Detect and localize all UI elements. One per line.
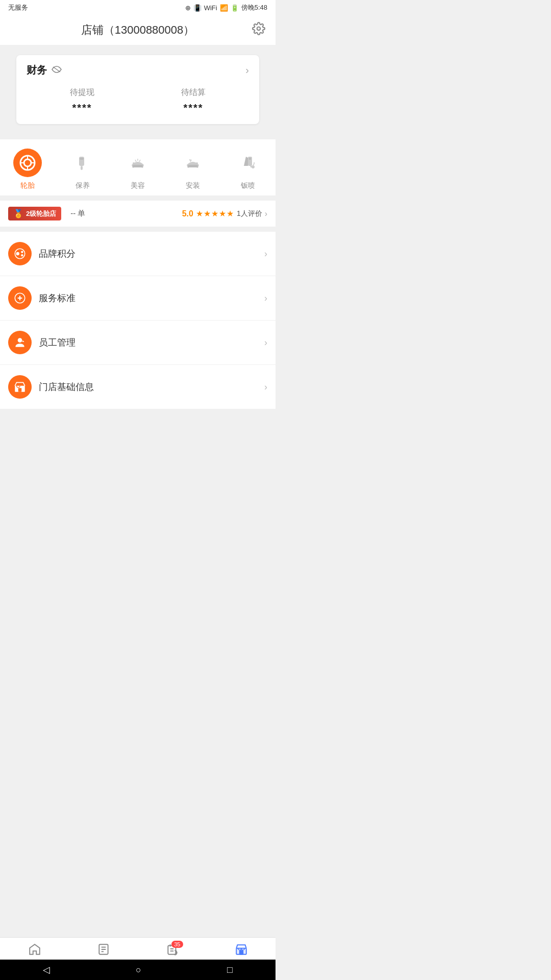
status-left: 无服务 bbox=[8, 3, 28, 12]
svg-point-11 bbox=[133, 162, 135, 164]
eye-icon[interactable] bbox=[51, 65, 62, 76]
shop-orders-text: -- 单 bbox=[70, 209, 85, 218]
svg-rect-10 bbox=[133, 165, 143, 167]
employee-mgmt-label: 员工管理 bbox=[39, 336, 264, 349]
brand-points-label: 品牌积分 bbox=[39, 248, 264, 260]
page-title: 店铺（13000880008） bbox=[81, 22, 195, 38]
service-section: 轮胎 保养 bbox=[0, 139, 276, 195]
wifi-icon: WiFi bbox=[204, 4, 217, 12]
service-item-paint[interactable]: 钣喷 bbox=[234, 149, 262, 190]
vibrate-icon: 📳 bbox=[193, 4, 202, 12]
svg-point-21 bbox=[16, 252, 19, 256]
svg-point-0 bbox=[257, 27, 261, 31]
install-icon-wrap bbox=[179, 149, 207, 177]
sim-icon: 📶 bbox=[220, 4, 228, 12]
bluetooth-icon: ⊕ bbox=[185, 4, 191, 12]
rating-count: 1人评价 bbox=[237, 209, 262, 218]
svg-rect-18 bbox=[249, 158, 251, 160]
employee-mgmt-icon bbox=[8, 331, 32, 354]
menu-item-brand-points[interactable]: 品牌积分 › bbox=[0, 232, 276, 276]
tire-icon-wrap bbox=[13, 149, 42, 177]
shop-info-icon bbox=[8, 375, 32, 399]
shop-info-bar: 🏅 2级轮胎店 -- 单 5.0 ★★★★★ 1人评价 › bbox=[0, 201, 276, 227]
svg-point-23 bbox=[21, 254, 23, 256]
battery-icon: 🔋 bbox=[231, 4, 239, 12]
menu-item-employee-mgmt[interactable]: 员工管理 › bbox=[0, 321, 276, 365]
service-item-beauty[interactable]: 美容 bbox=[123, 149, 152, 190]
menu-item-shop-info[interactable]: 门店基础信息 › bbox=[0, 365, 276, 409]
service-item-install[interactable]: 安装 bbox=[179, 149, 207, 190]
svg-rect-8 bbox=[81, 166, 83, 170]
beauty-label: 美容 bbox=[131, 181, 145, 190]
shop-level-badge: 🏅 2级轮胎店 bbox=[8, 207, 61, 220]
pending-settlement-value: **** bbox=[183, 102, 203, 114]
finance-arrow[interactable]: › bbox=[245, 64, 249, 76]
pending-settlement-label: 待结算 bbox=[181, 87, 206, 98]
install-label: 安装 bbox=[186, 181, 200, 190]
brand-points-icon bbox=[8, 242, 32, 265]
service-standard-arrow: › bbox=[264, 293, 267, 304]
menu-section: 品牌积分 › 服务标准 › 员工管理 › bbox=[0, 232, 276, 409]
shop-info-arrow: › bbox=[264, 382, 267, 393]
paint-icon-wrap bbox=[234, 149, 262, 177]
header: 店铺（13000880008） bbox=[0, 15, 276, 45]
maintenance-label: 保养 bbox=[76, 181, 90, 190]
status-time: 傍晚5:48 bbox=[241, 3, 267, 12]
shop-level-text: 2级轮胎店 bbox=[26, 209, 56, 218]
service-standard-icon bbox=[8, 286, 32, 310]
svg-point-2 bbox=[24, 159, 31, 166]
rating-stars: ★★★★★ bbox=[196, 209, 234, 218]
service-item-tire[interactable]: 轮胎 bbox=[13, 149, 42, 190]
maintenance-icon-wrap bbox=[68, 149, 97, 177]
paint-label: 钣喷 bbox=[241, 181, 255, 190]
shop-rating[interactable]: 5.0 ★★★★★ 1人评价 › bbox=[182, 209, 267, 218]
svg-point-16 bbox=[196, 162, 198, 164]
finance-card: 财务 › 待提现 **** 待结算 **** bbox=[16, 55, 259, 124]
svg-rect-29 bbox=[18, 388, 22, 392]
svg-line-12 bbox=[135, 160, 136, 162]
svg-point-9 bbox=[80, 158, 84, 160]
pending-withdrawal-label: 待提现 bbox=[70, 87, 94, 98]
rating-arrow: › bbox=[265, 209, 267, 218]
brand-points-arrow: › bbox=[264, 249, 267, 259]
svg-rect-15 bbox=[188, 165, 198, 167]
service-standard-label: 服务标准 bbox=[39, 292, 264, 304]
svg-point-19 bbox=[252, 165, 255, 168]
beauty-icon-wrap bbox=[123, 149, 152, 177]
finance-title: 财务 bbox=[27, 63, 47, 77]
svg-line-14 bbox=[139, 160, 140, 162]
rating-score: 5.0 bbox=[182, 209, 193, 218]
shop-info-label: 门店基础信息 bbox=[39, 381, 264, 393]
employee-mgmt-arrow: › bbox=[264, 337, 267, 348]
pending-withdrawal: 待提现 **** bbox=[70, 87, 94, 114]
pending-withdrawal-value: **** bbox=[72, 102, 92, 114]
status-bar: 无服务 ⊕ 📳 WiFi 📶 🔋 傍晚5:48 bbox=[0, 0, 276, 15]
pending-settlement: 待结算 **** bbox=[181, 87, 206, 114]
svg-point-22 bbox=[21, 251, 23, 253]
tire-label: 轮胎 bbox=[20, 181, 35, 190]
settings-icon[interactable] bbox=[252, 22, 265, 38]
medal-icon: 🏅 bbox=[13, 209, 23, 218]
svg-point-27 bbox=[18, 338, 22, 342]
menu-item-service-standard[interactable]: 服务标准 › bbox=[0, 276, 276, 321]
service-item-maintenance[interactable]: 保养 bbox=[68, 149, 97, 190]
